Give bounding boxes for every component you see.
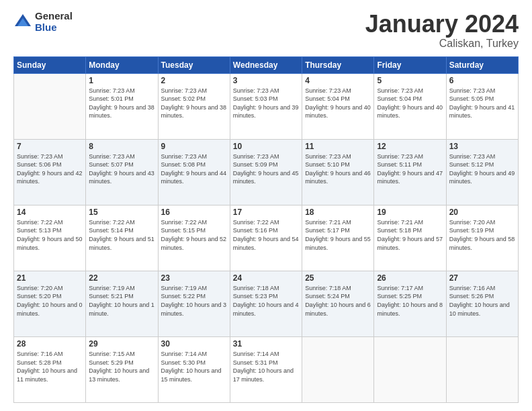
title-block: January 2024 Caliskan, Turkey	[365, 11, 519, 50]
month-title: January 2024	[365, 11, 519, 38]
table-row: 17Sunrise: 7:22 AMSunset: 5:16 PMDayligh…	[230, 205, 302, 271]
day-number: 5	[377, 76, 443, 85]
day-info: Sunrise: 7:23 AMSunset: 5:09 PMDaylight:…	[233, 152, 299, 186]
calendar-week-row: 7Sunrise: 7:23 AMSunset: 5:06 PMDaylight…	[14, 139, 519, 205]
header-saturday: Saturday	[446, 56, 518, 73]
day-info: Sunrise: 7:23 AMSunset: 5:04 PMDaylight:…	[377, 87, 443, 120]
day-info: Sunrise: 7:23 AMSunset: 5:12 PMDaylight:…	[449, 152, 515, 186]
day-number: 21	[17, 273, 83, 283]
table-row	[302, 336, 374, 402]
table-row: 9Sunrise: 7:23 AMSunset: 5:08 PMDaylight…	[158, 139, 230, 205]
logo: General Blue	[13, 11, 73, 33]
table-row: 29Sunrise: 7:15 AMSunset: 5:29 PMDayligh…	[86, 336, 158, 402]
table-row: 10Sunrise: 7:23 AMSunset: 5:09 PMDayligh…	[230, 139, 302, 205]
table-row: 6Sunrise: 7:23 AMSunset: 5:05 PMDaylight…	[446, 73, 518, 139]
day-number: 27	[449, 273, 515, 283]
calendar-header-row: Sunday Monday Tuesday Wednesday Thursday…	[14, 56, 519, 73]
day-number: 22	[89, 273, 154, 283]
day-info: Sunrise: 7:15 AMSunset: 5:29 PMDaylight:…	[89, 350, 154, 383]
day-info: Sunrise: 7:17 AMSunset: 5:25 PMDaylight:…	[377, 284, 443, 318]
table-row: 22Sunrise: 7:19 AMSunset: 5:21 PMDayligh…	[86, 271, 158, 336]
day-info: Sunrise: 7:22 AMSunset: 5:14 PMDaylight:…	[89, 218, 154, 252]
table-row: 24Sunrise: 7:18 AMSunset: 5:23 PMDayligh…	[230, 271, 302, 336]
table-row: 18Sunrise: 7:21 AMSunset: 5:17 PMDayligh…	[302, 205, 374, 271]
table-row: 2Sunrise: 7:23 AMSunset: 5:02 PMDaylight…	[158, 73, 230, 139]
day-number: 11	[305, 142, 371, 151]
header-friday: Friday	[374, 56, 446, 73]
table-row: 23Sunrise: 7:19 AMSunset: 5:22 PMDayligh…	[158, 271, 230, 336]
table-row: 31Sunrise: 7:14 AMSunset: 5:31 PMDayligh…	[230, 336, 302, 402]
calendar-week-row: 21Sunrise: 7:20 AMSunset: 5:20 PMDayligh…	[14, 271, 519, 336]
day-info: Sunrise: 7:19 AMSunset: 5:22 PMDaylight:…	[161, 284, 227, 318]
calendar-table: Sunday Monday Tuesday Wednesday Thursday…	[13, 56, 519, 403]
day-number: 14	[17, 208, 83, 217]
calendar-week-row: 14Sunrise: 7:22 AMSunset: 5:13 PMDayligh…	[14, 205, 519, 271]
day-info: Sunrise: 7:22 AMSunset: 5:16 PMDaylight:…	[233, 218, 299, 252]
day-info: Sunrise: 7:23 AMSunset: 5:06 PMDaylight:…	[17, 152, 83, 186]
header-sunday: Sunday	[14, 56, 86, 73]
day-number: 24	[233, 273, 299, 283]
day-number: 18	[305, 208, 371, 217]
logo-text: General Blue	[35, 11, 73, 33]
table-row: 15Sunrise: 7:22 AMSunset: 5:14 PMDayligh…	[86, 205, 158, 271]
day-number: 30	[161, 339, 227, 349]
day-info: Sunrise: 7:16 AMSunset: 5:28 PMDaylight:…	[17, 350, 83, 383]
table-row: 21Sunrise: 7:20 AMSunset: 5:20 PMDayligh…	[14, 271, 86, 336]
day-info: Sunrise: 7:23 AMSunset: 5:08 PMDaylight:…	[161, 152, 227, 186]
table-row: 19Sunrise: 7:21 AMSunset: 5:18 PMDayligh…	[374, 205, 446, 271]
day-number: 26	[377, 273, 443, 283]
table-row	[374, 336, 446, 402]
logo-icon	[13, 13, 32, 32]
day-info: Sunrise: 7:23 AMSunset: 5:05 PMDaylight:…	[449, 87, 515, 120]
day-number: 7	[17, 142, 83, 151]
table-row: 3Sunrise: 7:23 AMSunset: 5:03 PMDaylight…	[230, 73, 302, 139]
day-info: Sunrise: 7:23 AMSunset: 5:03 PMDaylight:…	[233, 87, 299, 120]
calendar-week-row: 1Sunrise: 7:23 AMSunset: 5:01 PMDaylight…	[14, 73, 519, 139]
location-title: Caliskan, Turkey	[365, 38, 519, 50]
table-row: 30Sunrise: 7:14 AMSunset: 5:30 PMDayligh…	[158, 336, 230, 402]
day-number: 28	[17, 339, 83, 349]
day-number: 9	[161, 142, 227, 151]
day-number: 8	[89, 142, 154, 151]
table-row: 26Sunrise: 7:17 AMSunset: 5:25 PMDayligh…	[374, 271, 446, 336]
day-info: Sunrise: 7:23 AMSunset: 5:01 PMDaylight:…	[89, 87, 154, 120]
day-info: Sunrise: 7:22 AMSunset: 5:13 PMDaylight:…	[17, 218, 83, 252]
table-row: 4Sunrise: 7:23 AMSunset: 5:04 PMDaylight…	[302, 73, 374, 139]
day-number: 17	[233, 208, 299, 217]
day-info: Sunrise: 7:16 AMSunset: 5:26 PMDaylight:…	[449, 284, 515, 318]
page: General Blue January 2024 Caliskan, Turk…	[0, 0, 532, 411]
table-row: 16Sunrise: 7:22 AMSunset: 5:15 PMDayligh…	[158, 205, 230, 271]
table-row: 25Sunrise: 7:18 AMSunset: 5:24 PMDayligh…	[302, 271, 374, 336]
day-info: Sunrise: 7:21 AMSunset: 5:17 PMDaylight:…	[305, 218, 371, 252]
header-wednesday: Wednesday	[230, 56, 302, 73]
day-info: Sunrise: 7:23 AMSunset: 5:02 PMDaylight:…	[161, 87, 227, 120]
table-row: 1Sunrise: 7:23 AMSunset: 5:01 PMDaylight…	[86, 73, 158, 139]
day-info: Sunrise: 7:18 AMSunset: 5:23 PMDaylight:…	[233, 284, 299, 318]
day-info: Sunrise: 7:18 AMSunset: 5:24 PMDaylight:…	[305, 284, 371, 318]
table-row: 20Sunrise: 7:20 AMSunset: 5:19 PMDayligh…	[446, 205, 518, 271]
day-number: 19	[377, 208, 443, 217]
day-number: 10	[233, 142, 299, 151]
day-number: 1	[89, 76, 154, 85]
day-info: Sunrise: 7:23 AMSunset: 5:11 PMDaylight:…	[377, 152, 443, 186]
day-info: Sunrise: 7:23 AMSunset: 5:10 PMDaylight:…	[305, 152, 371, 186]
day-number: 29	[89, 339, 154, 349]
table-row: 11Sunrise: 7:23 AMSunset: 5:10 PMDayligh…	[302, 139, 374, 205]
day-info: Sunrise: 7:22 AMSunset: 5:15 PMDaylight:…	[161, 218, 227, 252]
day-number: 2	[161, 76, 227, 85]
table-row: 7Sunrise: 7:23 AMSunset: 5:06 PMDaylight…	[14, 139, 86, 205]
header-monday: Monday	[86, 56, 158, 73]
table-row: 8Sunrise: 7:23 AMSunset: 5:07 PMDaylight…	[86, 139, 158, 205]
table-row: 28Sunrise: 7:16 AMSunset: 5:28 PMDayligh…	[14, 336, 86, 402]
day-number: 31	[233, 339, 299, 349]
day-number: 6	[449, 76, 515, 85]
table-row: 13Sunrise: 7:23 AMSunset: 5:12 PMDayligh…	[446, 139, 518, 205]
day-number: 16	[161, 208, 227, 217]
table-row: 12Sunrise: 7:23 AMSunset: 5:11 PMDayligh…	[374, 139, 446, 205]
day-info: Sunrise: 7:23 AMSunset: 5:04 PMDaylight:…	[305, 87, 371, 120]
table-row	[14, 73, 86, 139]
day-info: Sunrise: 7:20 AMSunset: 5:19 PMDaylight:…	[449, 218, 515, 252]
header-thursday: Thursday	[302, 56, 374, 73]
day-info: Sunrise: 7:20 AMSunset: 5:20 PMDaylight:…	[17, 284, 83, 318]
day-info: Sunrise: 7:14 AMSunset: 5:30 PMDaylight:…	[161, 350, 227, 383]
